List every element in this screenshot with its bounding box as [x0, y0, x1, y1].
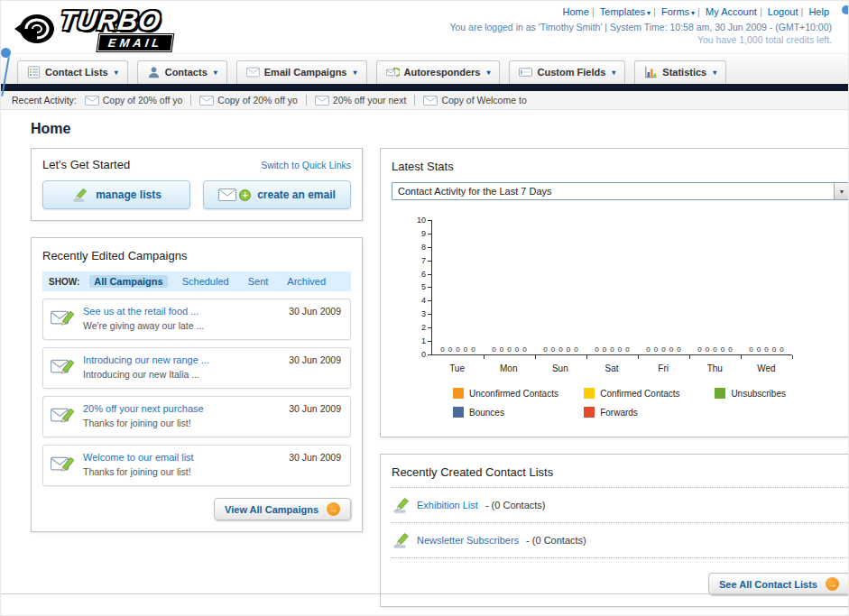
legend-swatch [453, 388, 464, 399]
main-content: Home Let's Get Started Switch to Quick L… [1, 110, 848, 616]
contact-list-count: - (0 Contacts) [526, 535, 586, 546]
bar-value-label: 0 [669, 345, 673, 354]
latest-stats-panel: Latest Stats Contact Activity for the La… [380, 148, 849, 437]
top-links: Home Templates Forms My Account Logout H… [449, 6, 832, 17]
chart-bar-group: 00000 [432, 220, 484, 354]
see-all-contact-lists-button[interactable]: See All Contact Lists [708, 573, 849, 595]
nav-statistics[interactable]: Statistics [634, 60, 726, 84]
chevron-down-icon [115, 69, 118, 77]
separator [697, 6, 700, 17]
y-tick-label: 3 [421, 310, 431, 318]
y-tick-label: 10 [417, 216, 431, 225]
arrow-right-icon [327, 502, 340, 516]
nav-contact-lists[interactable]: Contact Lists [17, 60, 128, 84]
view-all-campaigns-button[interactable]: View All Campaigns [214, 498, 351, 520]
link-logout[interactable]: Logout [768, 6, 798, 17]
link-forms-label: Forms [661, 6, 689, 17]
legend-swatch [453, 407, 464, 418]
campaign-edit-icon [51, 308, 75, 326]
autoresponders-icon [386, 66, 400, 78]
bar-value-label: 0 [471, 345, 475, 354]
email-icon [218, 188, 236, 202]
nav-label: Autoresponders [404, 67, 481, 78]
contact-list-link[interactable]: Newsletter Subscribers [417, 535, 519, 546]
campaign-subtitle: Introducing our new Italia ... [83, 369, 209, 380]
bar-value-label: 0 [610, 345, 614, 354]
filter-archived[interactable]: Archived [282, 275, 330, 288]
campaign-date: 30 Jun 2009 [289, 403, 341, 414]
switch-quick-links-link[interactable]: Switch to Quick Links [261, 160, 351, 170]
chevron-down-icon [647, 9, 651, 17]
page-title: Home [31, 121, 820, 137]
legend-item: Bounces [453, 407, 584, 418]
manage-lists-label: manage lists [96, 188, 161, 201]
link-templates-label: Templates [600, 6, 645, 17]
campaign-title-link[interactable]: Welcome to our email list [83, 452, 194, 463]
x-tick-label: Wed [741, 363, 792, 373]
bar-value-label: 0 [706, 345, 709, 354]
recent-activity-item[interactable]: Copy of Welcome to [423, 95, 526, 106]
campaign-edit-icon [51, 356, 75, 375]
campaign-date: 30 Jun 2009 [289, 306, 341, 317]
link-my-account[interactable]: My Account [706, 6, 757, 17]
bar-value-label: 0 [515, 345, 519, 354]
manage-lists-button[interactable]: manage lists [42, 180, 190, 209]
bar-value-label: 0 [522, 345, 526, 354]
bar-value-label: 0 [625, 345, 629, 354]
chevron-down-icon [691, 9, 695, 17]
logo-text: TURBO EMAIL [56, 7, 178, 51]
activity-item-label: Copy of 20% off yo [103, 95, 183, 106]
filter-all-campaigns[interactable]: All Campaigns [89, 275, 167, 288]
link-templates[interactable]: Templates [600, 6, 651, 17]
nav-autoresponders[interactable]: Autoresponders [376, 60, 501, 84]
link-forms[interactable]: Forms [661, 6, 695, 17]
get-started-title: Let's Get Started [42, 158, 130, 171]
legend-item: Forwards [584, 407, 715, 418]
recent-activity-item[interactable]: Copy of 20% off yo [199, 95, 298, 106]
bar-value-label: 0 [492, 345, 495, 354]
bar-value-label: 0 [574, 345, 577, 354]
bar-value-label: 0 [543, 345, 547, 354]
recent-activity-item[interactable]: Copy of 20% off yo [85, 95, 183, 106]
contact-list-link[interactable]: Exhibition List [417, 500, 478, 510]
annotation-dot [842, 5, 849, 14]
y-tick-label: 4 [421, 297, 431, 305]
chevron-down-icon [486, 69, 490, 77]
recent-activity-item[interactable]: 20% off your next [315, 95, 407, 106]
campaign-date: 30 Jun 2009 [289, 452, 341, 463]
bar-value-label: 0 [661, 345, 665, 354]
campaign-edit-icon [51, 454, 75, 473]
app-logo[interactable]: TURBO EMAIL [14, 5, 174, 53]
link-home[interactable]: Home [563, 6, 589, 17]
legend-label: Unconfirmed Contacts [469, 389, 558, 399]
stats-chart: 109876543210 000000000000000000000000000… [392, 220, 849, 426]
y-tick-label: 1 [421, 337, 431, 345]
chart-bar-group: 00000 [535, 220, 586, 354]
bar-value-label: 0 [618, 345, 622, 354]
nav-contacts[interactable]: Contacts [137, 60, 227, 84]
legend-swatch [584, 407, 595, 418]
stats-period-select[interactable]: Contact Activity for the Last 7 Days [392, 182, 849, 200]
y-tick-label: 0 [421, 351, 431, 359]
chart-bar-group: 00000 [484, 220, 535, 354]
nav-custom-fields[interactable]: Custom Fields [509, 60, 625, 84]
filter-sent[interactable]: Sent [244, 275, 273, 288]
separator [653, 6, 656, 17]
campaign-title-link[interactable]: 20% off your next purchase [83, 403, 204, 414]
campaign-title-link[interactable]: See us at the retail food ... [83, 306, 204, 317]
filter-scheduled[interactable]: Scheduled [178, 275, 234, 288]
create-email-button[interactable]: create an email [203, 180, 351, 209]
x-tick-label: Fri [638, 363, 689, 373]
header: TURBO EMAIL Home Templates Forms My Acco… [1, 1, 848, 53]
legend-item: Confirmed Contacts [584, 388, 715, 399]
plus-icon [239, 189, 251, 201]
chevron-down-icon [353, 69, 356, 77]
link-help[interactable]: Help [808, 6, 829, 17]
header-right: Home Templates Forms My Account Logout H… [449, 5, 839, 53]
nav-email-campaigns[interactable]: Email Campaigns [236, 60, 367, 84]
bar-value-label: 0 [603, 345, 606, 354]
bar-value-label: 0 [721, 345, 724, 354]
bar-value-label: 0 [500, 345, 503, 354]
campaign-title-link[interactable]: Introducing our new range ... [83, 354, 209, 365]
arrow-right-icon [826, 577, 839, 591]
